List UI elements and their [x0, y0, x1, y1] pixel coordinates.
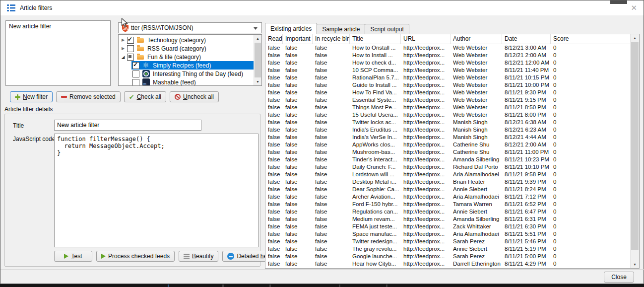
scroll-down-icon[interactable]: ▼: [631, 261, 639, 268]
tree-item-checkbox[interactable]: [132, 71, 139, 77]
cell-read: false: [265, 223, 283, 230]
article-row[interactable]: false false false How to Install ... htt…: [265, 52, 631, 59]
cell-date: 8/12/21 12:00 AM: [502, 59, 551, 67]
column-header[interactable]: Important: [283, 34, 313, 44]
cell-read: false: [265, 178, 283, 186]
column-header[interactable]: Title: [350, 34, 401, 44]
cell-author: Web Webster: [451, 104, 502, 111]
article-row[interactable]: false false false India's Eruditus ... h…: [265, 126, 631, 134]
remove-selected-button[interactable]: Remove selected: [56, 91, 121, 102]
cell-title: Desktop Metal i...: [350, 178, 401, 186]
expand-arrow-icon[interactable]: [120, 38, 126, 42]
uncheck-all-button[interactable]: Uncheck all: [170, 91, 219, 102]
article-row[interactable]: false false false Dear Sophie: Ca... htt…: [265, 186, 631, 193]
new-filter-button[interactable]: New filter: [10, 91, 53, 102]
scroll-up-icon[interactable]: ▲: [631, 34, 639, 42]
filter-list[interactable]: New article filter: [5, 20, 111, 86]
cell-title: India's VerSe In...: [350, 134, 401, 141]
scroll-up-icon[interactable]: ▲: [254, 35, 261, 42]
article-row[interactable]: false false false 15 Useful Usera... htt…: [265, 111, 631, 119]
article-row[interactable]: false false false Archer Aviation... htt…: [265, 193, 631, 201]
expand-arrow-icon[interactable]: [120, 46, 126, 51]
tree-item[interactable]: Interesting Thing of the Day (feed): [119, 70, 254, 78]
tree-item[interactable]: Technology (category): [119, 36, 254, 44]
tree-item[interactable]: Mashable (feed): [119, 78, 254, 86]
cell-read: false: [265, 44, 283, 52]
article-row[interactable]: false false false Daily Crunch: F... htt…: [265, 163, 631, 171]
expand-arrow-icon[interactable]: [120, 55, 126, 60]
title-input[interactable]: [54, 120, 201, 131]
article-row[interactable]: false false false Mushroom-bas... http:/…: [265, 148, 631, 156]
article-row[interactable]: false false false Guide to Install ... h…: [265, 81, 631, 89]
tree-item[interactable]: Simply Recipes (feed): [119, 61, 254, 70]
cell-read: false: [265, 67, 283, 74]
cell-important: false: [283, 201, 313, 208]
feeds-tree[interactable]: ▲ ▼ Technology (category) RSS Guard (cat…: [118, 34, 262, 86]
article-row[interactable]: false false false Twitter redesign... ht…: [265, 238, 631, 245]
cell-recycle-bin: false: [313, 230, 350, 238]
tree-item[interactable]: RSS Guard (category): [119, 44, 254, 53]
cell-author: Brian Heater: [451, 178, 502, 186]
tree-item-checkbox[interactable]: [132, 62, 139, 69]
article-row[interactable]: false false false Essential Syste... htt…: [265, 96, 631, 104]
tree-item-checkbox[interactable]: [132, 79, 139, 86]
article-row[interactable]: false false false Hear how Cityb... http…: [265, 260, 631, 268]
chevron-down-icon[interactable]: [254, 27, 258, 30]
article-row[interactable]: false false false AppWorks clos... http:…: [265, 141, 631, 148]
account-combobox[interactable]: tter (RSS/ATOM/JSON): [118, 22, 262, 33]
tree-item-checkbox[interactable]: [127, 37, 134, 44]
close-window-icon[interactable]: ✕: [631, 3, 637, 12]
tree-scrollbar[interactable]: ▲ ▼: [254, 35, 261, 85]
article-row[interactable]: false false false FEMA just teste... htt…: [265, 223, 631, 230]
article-row[interactable]: false false false Lordstown will ... htt…: [265, 171, 631, 178]
close-button[interactable]: Close: [604, 272, 634, 283]
article-row[interactable]: false false false The gray revolu... htt…: [265, 245, 631, 253]
article-row[interactable]: false false false Things Most Pe... http…: [265, 104, 631, 111]
cell-author: Manish Singh: [451, 134, 502, 141]
tab[interactable]: Script output: [365, 24, 409, 34]
article-row[interactable]: false false false Ford F-150 hybr... htt…: [265, 201, 631, 208]
article-row[interactable]: false false false How To Find Va... http…: [265, 89, 631, 96]
filter-list-item[interactable]: New article filter: [6, 22, 110, 31]
article-row[interactable]: false false false How to Onstall ... htt…: [265, 44, 631, 52]
cell-important: false: [283, 134, 313, 141]
column-header[interactable]: URL: [401, 34, 451, 44]
article-row[interactable]: false false false How to check d... http…: [265, 59, 631, 67]
article-row[interactable]: false false false Tinder's interact... h…: [265, 156, 631, 163]
article-row[interactable]: false false false RationalPlan 5.7... ht…: [265, 74, 631, 81]
article-row[interactable]: false false false Google launche... http…: [265, 253, 631, 260]
scroll-down-icon[interactable]: ▼: [254, 78, 261, 85]
table-scrollbar[interactable]: ▲ ▼: [630, 34, 639, 268]
article-row[interactable]: false false false 10 SCP Comma... http:/…: [265, 67, 631, 74]
cell-date: 8/11/21 6:30 PM: [502, 223, 551, 230]
article-row[interactable]: false false false India's VerSe In... ht…: [265, 134, 631, 141]
tab[interactable]: Sample article: [317, 24, 365, 34]
column-header[interactable]: Score: [551, 34, 631, 44]
cell-title: How To Find Va...: [350, 89, 401, 96]
cell-title: FEMA just teste...: [350, 223, 401, 230]
process-checked-feeds-button[interactable]: Process checked feeds: [96, 251, 175, 262]
column-header[interactable]: In recycle bin: [313, 34, 350, 44]
cell-url: http://feedprox...: [401, 171, 451, 178]
scrollbar-thumb[interactable]: [631, 42, 639, 250]
article-row[interactable]: false false false Space manufac... http:…: [265, 230, 631, 238]
beautify-button[interactable]: Beautify: [179, 251, 218, 262]
tab[interactable]: Existing articles: [265, 23, 317, 34]
tree-item-checkbox[interactable]: [127, 45, 134, 52]
beautify-icon: [184, 254, 190, 259]
column-header[interactable]: Read: [265, 34, 283, 44]
test-button[interactable]: Test: [54, 251, 92, 262]
article-row[interactable]: false false false Medium revam... http:/…: [265, 215, 631, 223]
column-header[interactable]: Author: [451, 34, 502, 44]
check-all-button[interactable]: ✔ Check all: [124, 91, 166, 102]
scrollbar-thumb[interactable]: [255, 43, 261, 77]
article-row[interactable]: false false false Regulations can... htt…: [265, 208, 631, 215]
column-header[interactable]: Date: [502, 34, 551, 44]
article-row[interactable]: false false false Desktop Metal i... htt…: [265, 178, 631, 186]
cell-author: Web Webster: [451, 67, 502, 74]
tree-item-checkbox[interactable]: [127, 54, 134, 61]
article-row[interactable]: false false false Twitter locks ac... ht…: [265, 119, 631, 126]
javascript-code-editor[interactable]: function filterMessage() { return Messag…: [54, 134, 258, 247]
tree-item[interactable]: Fun & life (category): [119, 53, 254, 61]
cell-read: false: [265, 59, 283, 67]
